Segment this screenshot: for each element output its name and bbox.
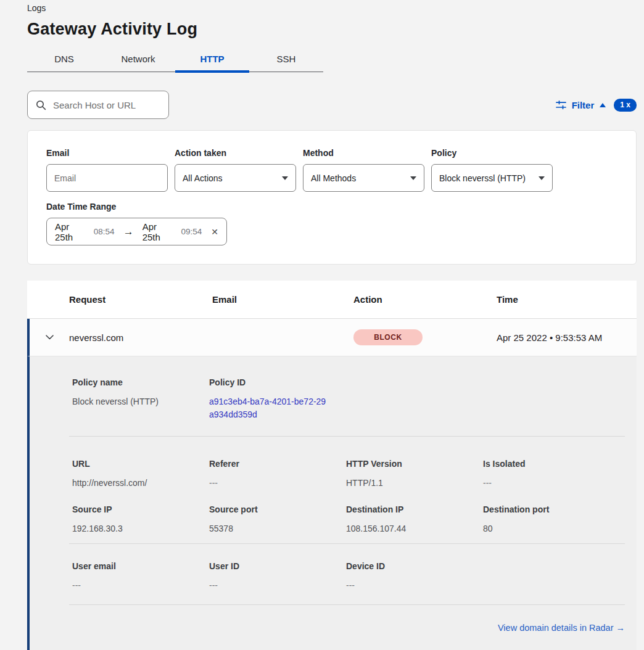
url-field: URL http://neverssl.com/	[72, 459, 209, 490]
breadcrumb: Logs	[27, 2, 637, 14]
method-value: All Methods	[311, 173, 356, 183]
log-type-tabs: DNS Network HTTP SSH	[27, 47, 323, 72]
search-icon	[36, 100, 46, 110]
source-port-field: Source port 55378	[209, 504, 346, 535]
source-ip-label: Source IP	[72, 504, 209, 515]
chevron-down-icon	[282, 176, 288, 180]
email-label: Email	[46, 148, 168, 158]
date-range-label: Date Time Range	[46, 202, 617, 212]
policy-id-label: Policy ID	[209, 377, 625, 388]
search-box[interactable]	[27, 91, 169, 119]
http-version-label: HTTP Version	[346, 459, 483, 469]
block-status-badge: BLOCK	[353, 329, 423, 345]
chevron-down-icon	[539, 176, 545, 180]
filter-field-method: Method All Methods	[303, 148, 424, 192]
policy-value: Block neverssl (HTTP)	[439, 173, 526, 183]
referer-value: ---	[209, 477, 346, 490]
device-id-label: Device ID	[346, 561, 483, 572]
policy-name-label: Policy name	[72, 377, 209, 388]
referer-label: Referer	[209, 459, 346, 469]
end-date[interactable]: Apr 25th	[142, 221, 176, 242]
radar-link[interactable]: View domain details in Radar →	[498, 623, 625, 633]
policy-id-link[interactable]: a91c3eb4-ba7a-4201-be72-29a934dd359d	[209, 395, 328, 421]
divider	[69, 436, 625, 437]
policy-label: Policy	[431, 148, 553, 158]
gateway-activity-log-page: Logs Gateway Activity Log DNS Network HT…	[0, 0, 644, 650]
divider	[69, 543, 625, 544]
row-details-panel: Policy name Block neverssl (HTTP) Policy…	[27, 356, 637, 650]
device-id-field: Device ID ---	[346, 561, 483, 592]
end-time[interactable]: 09:54	[181, 227, 202, 236]
source-ip-field: Source IP 192.168.30.3	[72, 504, 209, 535]
arrow-right-icon: →	[123, 226, 134, 238]
destination-ip-value: 108.156.107.44	[346, 522, 483, 535]
arrow-right-icon: →	[616, 623, 625, 633]
user-id-label: User ID	[209, 561, 346, 572]
start-time[interactable]: 08:54	[94, 227, 115, 236]
tab-http[interactable]: HTTP	[175, 47, 249, 72]
date-range-picker[interactable]: Apr 25th 08:54 → Apr 25th 09:54 ✕	[46, 218, 227, 245]
user-email-label: User email	[72, 561, 209, 572]
radar-link-label: View domain details in Radar	[498, 623, 614, 633]
column-header-time: Time	[497, 294, 637, 305]
email-input[interactable]	[46, 164, 168, 192]
column-header-email: Email	[212, 294, 353, 305]
http-section: URL http://neverssl.com/ Referer --- HTT…	[69, 459, 625, 490]
chevron-up-icon	[600, 103, 606, 107]
table-row[interactable]: neverssl.com BLOCK Apr 25 2022 • 9:53:53…	[27, 319, 637, 356]
row-expand-toggle[interactable]	[30, 335, 69, 340]
row-time: Apr 25 2022 • 9:53:53 AM	[497, 332, 637, 343]
policy-name-value: Block neverssl (HTTP)	[72, 395, 209, 408]
column-header-action: Action	[353, 294, 497, 305]
is-isolated-value: ---	[483, 477, 625, 490]
policy-id-field: Policy ID a91c3eb4-ba7a-4201-be72-29a934…	[209, 377, 625, 421]
method-select[interactable]: All Methods	[303, 164, 424, 192]
search-input[interactable]	[53, 100, 158, 110]
search-filter-row: Filter 1 x	[27, 91, 637, 119]
filter-label: Filter	[572, 100, 595, 110]
tab-ssh[interactable]: SSH	[249, 47, 323, 72]
destination-ip-label: Destination IP	[346, 504, 483, 515]
radar-link-row: View domain details in Radar →	[69, 622, 625, 633]
policy-name-field: Policy name Block neverssl (HTTP)	[72, 377, 209, 421]
close-icon[interactable]: ✕	[211, 227, 218, 237]
filter-count-badge[interactable]: 1 x	[614, 99, 637, 112]
destination-port-label: Destination port	[483, 504, 625, 515]
is-isolated-label: Is Isolated	[483, 459, 625, 469]
filter-panel: Email Action taken All Actions Method Al…	[27, 130, 637, 265]
identity-section: User email --- User ID --- Device ID ---	[69, 561, 625, 592]
column-header-request: Request	[69, 294, 212, 305]
tab-dns[interactable]: DNS	[27, 47, 101, 72]
http-version-value: HTTP/1.1	[346, 477, 483, 490]
destination-ip-field: Destination IP 108.156.107.44	[346, 504, 483, 535]
user-id-field: User ID ---	[209, 561, 346, 592]
source-ip-value: 192.168.30.3	[72, 522, 209, 535]
referer-field: Referer ---	[209, 459, 346, 490]
policy-select[interactable]: Block neverssl (HTTP)	[431, 164, 553, 192]
url-label: URL	[72, 459, 209, 469]
action-taken-select[interactable]: All Actions	[175, 164, 296, 192]
http-version-field: HTTP Version HTTP/1.1	[346, 459, 483, 490]
start-date[interactable]: Apr 25th	[55, 221, 88, 242]
filter-field-policy: Policy Block neverssl (HTTP)	[431, 148, 553, 192]
filter-toggle[interactable]: Filter 1 x	[556, 99, 637, 112]
divider	[69, 604, 625, 605]
row-request: neverssl.com	[69, 332, 212, 343]
url-value: http://neverssl.com/	[72, 477, 209, 490]
action-taken-value: All Actions	[183, 173, 223, 183]
tab-network[interactable]: Network	[101, 47, 175, 72]
activity-log-table: Request Email Action Time neverssl.com B…	[27, 281, 637, 650]
filter-field-action-taken: Action taken All Actions	[175, 148, 296, 192]
row-action: BLOCK	[353, 329, 497, 345]
action-taken-label: Action taken	[175, 148, 296, 158]
filter-sliders-icon	[556, 101, 566, 110]
policy-section: Policy name Block neverssl (HTTP) Policy…	[69, 377, 625, 421]
chevron-down-icon	[46, 335, 54, 340]
destination-port-value: 80	[483, 522, 625, 535]
device-id-value: ---	[346, 579, 483, 592]
user-email-field: User email ---	[72, 561, 209, 592]
source-port-value: 55378	[209, 522, 346, 535]
network-section: Source IP 192.168.30.3 Source port 55378…	[69, 504, 625, 535]
user-id-value: ---	[209, 579, 346, 592]
is-isolated-field: Is Isolated ---	[483, 459, 625, 490]
